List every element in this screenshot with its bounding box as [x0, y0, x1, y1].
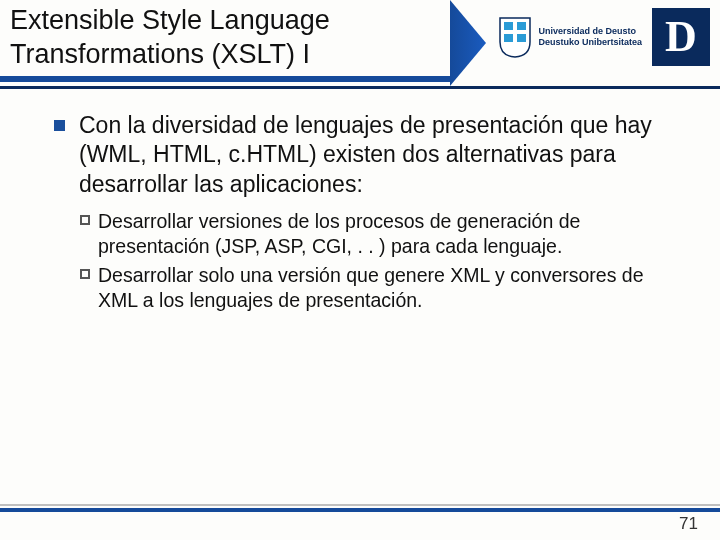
main-bullet-text: Con la diversidad de lenguajes de presen… — [79, 111, 682, 199]
hollow-square-icon — [80, 269, 90, 279]
page-number: 71 — [679, 514, 698, 534]
footer-divider-light — [0, 504, 720, 506]
sub-bullet-text: Desarrollar solo una versión que genere … — [98, 263, 682, 313]
list-item: Desarrollar versiones de los procesos de… — [80, 209, 682, 259]
sub-bullet-text: Desarrollar versiones de los procesos de… — [98, 209, 682, 259]
svg-rect-3 — [517, 34, 526, 42]
title-underline — [0, 76, 450, 82]
slide-content: Con la diversidad de lenguajes de presen… — [0, 89, 720, 313]
logo-d-mark: D — [652, 8, 710, 66]
sub-bullet-list: Desarrollar versiones de los procesos de… — [80, 209, 682, 313]
footer-divider-accent — [0, 508, 720, 512]
slide-title: Extensible Style Language Transformation… — [10, 4, 440, 72]
main-bullet: Con la diversidad de lenguajes de presen… — [54, 111, 682, 199]
university-name-2: Deustuko Unibertsitatea — [538, 37, 642, 48]
university-logo: Universidad de Deusto Deustuko Unibertsi… — [498, 8, 710, 66]
svg-rect-0 — [504, 22, 513, 30]
svg-rect-1 — [517, 22, 526, 30]
square-bullet-icon — [54, 120, 65, 131]
slide-header: Extensible Style Language Transformation… — [0, 0, 720, 89]
list-item: Desarrollar solo una versión que genere … — [80, 263, 682, 313]
shield-icon — [498, 16, 532, 58]
svg-rect-2 — [504, 34, 513, 42]
university-name-1: Universidad de Deusto — [538, 26, 642, 37]
slide-footer: 71 — [0, 504, 720, 540]
logo-letter: D — [665, 15, 697, 59]
hollow-square-icon — [80, 215, 90, 225]
chevron-accent — [450, 0, 486, 86]
